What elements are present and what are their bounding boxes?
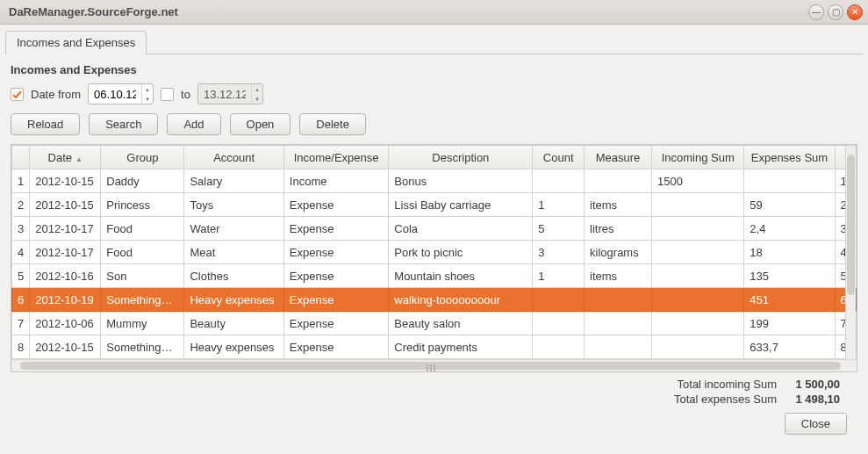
toolbar: Reload Search Add Open Delete bbox=[11, 113, 857, 135]
close-button[interactable]: Close bbox=[785, 413, 847, 435]
table-row[interactable]: 12012-10-15DaddySalaryIncomeBonus15001 bbox=[12, 169, 857, 193]
cell-count bbox=[533, 312, 585, 335]
col-index[interactable] bbox=[12, 146, 30, 169]
cell-description: Lissi Baby carriage bbox=[389, 193, 533, 217]
col-count[interactable]: Count bbox=[533, 146, 585, 169]
cell-incoming bbox=[652, 288, 744, 312]
cell-index: 4 bbox=[12, 241, 30, 264]
search-button[interactable]: Search bbox=[89, 113, 158, 135]
date-to-spinner: ▲▼ bbox=[251, 84, 262, 104]
scroll-thumb[interactable] bbox=[847, 155, 855, 295]
col-expenses-sum[interactable]: Expenses Sum bbox=[744, 146, 835, 169]
cell-index: 5 bbox=[12, 264, 30, 288]
col-group[interactable]: Group bbox=[101, 146, 184, 169]
total-expenses-label: Total expenses Sum bbox=[674, 393, 777, 406]
scroll-thumb[interactable] bbox=[20, 362, 841, 370]
reload-button[interactable]: Reload bbox=[11, 113, 80, 135]
col-description[interactable]: Description bbox=[389, 146, 533, 169]
cell-measure: kilograms bbox=[585, 241, 652, 264]
cell-expenses: 199 bbox=[744, 312, 835, 335]
cell-count: 1 bbox=[533, 264, 585, 288]
cell-index: 3 bbox=[12, 217, 30, 241]
cell-expenses bbox=[744, 169, 835, 193]
tab-incomes-expenses[interactable]: Incomes and Expenses bbox=[5, 31, 147, 54]
cell-count bbox=[533, 335, 585, 359]
totals: Total incoming Sum1 500,00 Total expense… bbox=[11, 372, 857, 409]
close-window-button[interactable]: ✕ bbox=[847, 4, 863, 20]
col-measure[interactable]: Measure bbox=[585, 146, 652, 169]
date-from-checkbox[interactable] bbox=[11, 88, 24, 101]
chevron-down-icon[interactable]: ▼ bbox=[142, 94, 153, 104]
cell-date: 2012-10-15 bbox=[30, 335, 101, 359]
total-incoming-value: 1 500,00 bbox=[784, 378, 840, 391]
cell-account: Beauty bbox=[184, 312, 283, 335]
cell-measure bbox=[585, 312, 652, 335]
date-to-label: to bbox=[181, 88, 190, 101]
cell-date: 2012-10-06 bbox=[30, 312, 101, 335]
table-row[interactable]: 52012-10-16SonClothesExpenseMountain sho… bbox=[12, 264, 857, 288]
dialog-footer: Close bbox=[11, 409, 857, 435]
cell-date: 2012-10-16 bbox=[30, 264, 101, 288]
vertical-scrollbar[interactable] bbox=[845, 146, 856, 359]
minimize-button[interactable]: — bbox=[808, 4, 824, 20]
col-income-expense[interactable]: Income/Expense bbox=[283, 146, 388, 169]
cell-incoming bbox=[652, 312, 744, 335]
date-filter-row: Date from ▲▼ to ▲▼ bbox=[11, 83, 857, 104]
date-from-value[interactable] bbox=[89, 84, 141, 104]
table-row[interactable]: 72012-10-06MummyBeautyExpenseBeauty salo… bbox=[12, 312, 857, 335]
table-row[interactable]: 82012-10-15Something…Heavy expensesExpen… bbox=[12, 335, 857, 359]
cell-account: Toys bbox=[184, 193, 283, 217]
table-row[interactable]: 42012-10-17FoodMeatExpensePork to picnic… bbox=[12, 241, 857, 264]
add-button[interactable]: Add bbox=[167, 113, 220, 135]
delete-button[interactable]: Delete bbox=[299, 113, 366, 135]
cell-group: Something… bbox=[101, 335, 184, 359]
cell-incoming: 1500 bbox=[652, 169, 744, 193]
cell-measure: litres bbox=[585, 217, 652, 241]
date-from-spinner[interactable]: ▲▼ bbox=[141, 84, 153, 104]
window-title: DaReManager.SourceForge.net bbox=[5, 5, 805, 18]
cell-count: 3 bbox=[533, 241, 585, 264]
cell-expenses: 18 bbox=[744, 241, 835, 264]
cell-measure bbox=[585, 169, 652, 193]
col-date[interactable]: Date▲ bbox=[30, 146, 101, 169]
total-incoming-label: Total incoming Sum bbox=[678, 378, 777, 391]
cell-date: 2012-10-17 bbox=[30, 241, 101, 264]
col-incoming-sum[interactable]: Incoming Sum bbox=[652, 146, 744, 169]
cell-income-expense: Expense bbox=[283, 335, 388, 359]
cell-description: Cola bbox=[389, 217, 533, 241]
chevron-up-icon[interactable]: ▲ bbox=[142, 84, 153, 94]
cell-incoming bbox=[652, 217, 744, 241]
tab-bar: Incomes and Expenses bbox=[0, 25, 868, 54]
table-row[interactable]: 32012-10-17FoodWaterExpenseCola5litres2,… bbox=[12, 217, 857, 241]
cell-measure: items bbox=[585, 193, 652, 217]
cell-account: Meat bbox=[184, 241, 283, 264]
maximize-button[interactable]: ▢ bbox=[828, 4, 843, 20]
cell-account: Clothes bbox=[184, 264, 283, 288]
cell-date: 2012-10-19 bbox=[30, 288, 101, 312]
date-to-value bbox=[198, 84, 251, 104]
cell-group: Mummy bbox=[101, 312, 184, 335]
cell-expenses: 633,7 bbox=[744, 335, 835, 359]
cell-expenses: 135 bbox=[744, 264, 835, 288]
table-row[interactable]: 22012-10-15PrincessToysExpenseLissi Baby… bbox=[12, 193, 857, 217]
horizontal-scrollbar[interactable] bbox=[11, 359, 857, 371]
cell-date: 2012-10-17 bbox=[30, 217, 101, 241]
total-expenses-value: 1 498,10 bbox=[784, 393, 840, 406]
cell-income-expense: Expense bbox=[283, 312, 388, 335]
cell-incoming bbox=[652, 264, 744, 288]
cell-income-expense: Expense bbox=[283, 241, 388, 264]
cell-incoming bbox=[652, 193, 744, 217]
date-to-checkbox[interactable] bbox=[161, 88, 174, 101]
date-from-label: Date from bbox=[31, 88, 81, 101]
date-to-input[interactable]: ▲▼ bbox=[197, 83, 263, 104]
cell-expenses: 2,4 bbox=[744, 217, 835, 241]
cell-expenses: 59 bbox=[744, 193, 835, 217]
cell-incoming bbox=[652, 335, 744, 359]
cell-income-expense: Expense bbox=[283, 264, 388, 288]
table-row[interactable]: 62012-10-19Something…Heavy expensesExpen… bbox=[12, 288, 857, 312]
open-button[interactable]: Open bbox=[230, 113, 291, 135]
cell-description: Pork to picnic bbox=[389, 241, 533, 264]
col-account[interactable]: Account bbox=[184, 146, 283, 169]
cell-incoming bbox=[652, 241, 744, 264]
date-from-input[interactable]: ▲▼ bbox=[88, 83, 154, 104]
